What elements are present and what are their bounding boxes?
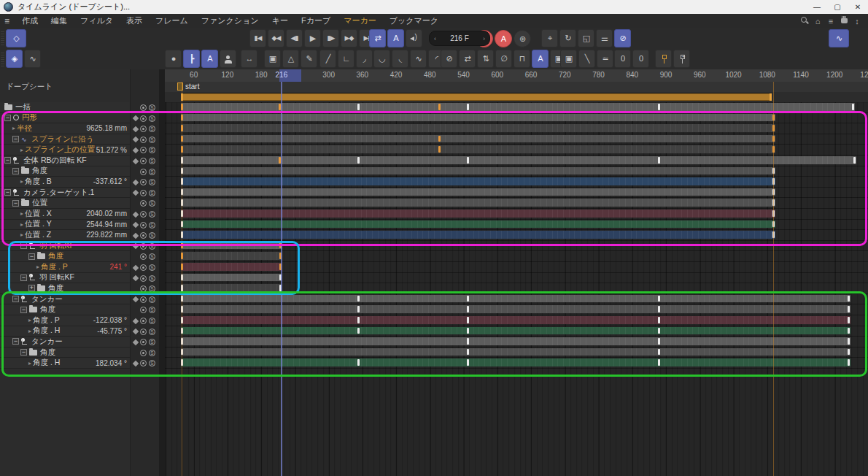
no-tangent-button[interactable]: ⊘ — [441, 50, 457, 68]
close-button[interactable]: ✕ — [848, 0, 868, 14]
track-lane[interactable] — [165, 358, 868, 369]
track-bar[interactable] — [181, 156, 856, 164]
solo-icon[interactable]: S — [149, 179, 155, 185]
keyframe-diamond-icon[interactable] — [133, 126, 139, 131]
panel-splitter[interactable] — [159, 69, 165, 476]
keyframe-grid[interactable] — [165, 102, 868, 476]
track-row-label[interactable]: −タンカー — [0, 294, 130, 305]
hand-icon[interactable] — [839, 16, 849, 26]
snap-toggle-button[interactable]: ⊘ — [614, 29, 631, 47]
track-lane[interactable] — [165, 188, 868, 199]
link-view-button[interactable] — [220, 50, 236, 68]
track-value[interactable]: 2544.94 mm — [86, 220, 127, 229]
track-row-label[interactable]: −羽 回転KF — [0, 273, 130, 284]
solo-icon[interactable]: S — [149, 169, 155, 175]
track-bar[interactable] — [181, 114, 775, 122]
keyframe[interactable] — [658, 338, 660, 345]
collapse-icon[interactable]: − — [20, 349, 27, 356]
track-bar[interactable] — [181, 135, 775, 143]
visibility-eye-icon[interactable] — [140, 296, 147, 303]
menu-item-4[interactable]: フレーム — [149, 16, 195, 25]
track-lane[interactable] — [165, 220, 868, 231]
visibility-eye-icon[interactable] — [140, 126, 147, 132]
solo-icon[interactable]: S — [149, 307, 155, 313]
visibility-eye-icon[interactable] — [140, 115, 147, 122]
collapse-icon[interactable]: − — [12, 200, 19, 207]
solo-icon[interactable]: S — [149, 253, 155, 260]
track-row-label[interactable]: 一括 — [0, 102, 130, 113]
collapse-icon[interactable]: − — [28, 253, 35, 260]
track-lane[interactable] — [165, 145, 868, 156]
collapse-icon[interactable]: − — [12, 168, 19, 174]
track-lane[interactable] — [165, 134, 868, 145]
solo-icon[interactable]: S — [149, 137, 155, 143]
keyframe[interactable] — [438, 104, 441, 110]
play-button[interactable]: ▶ — [304, 29, 321, 47]
track-lane[interactable] — [165, 348, 868, 358]
solo-icon[interactable]: S — [149, 104, 155, 111]
collapse-icon[interactable]: − — [20, 242, 27, 249]
visibility-eye-icon[interactable] — [140, 158, 147, 164]
track-row-label[interactable]: −円形 — [0, 113, 130, 124]
menu-item-1[interactable]: 編集 — [44, 16, 74, 25]
track-bar[interactable] — [181, 263, 282, 271]
track-row-label[interactable]: ▸スプライン上の位置51.272 % — [0, 145, 130, 156]
collapse-icon[interactable]: − — [12, 136, 19, 142]
visibility-eye-icon[interactable] — [140, 285, 147, 292]
visibility-eye-icon[interactable] — [140, 222, 147, 229]
add-marker-button[interactable] — [655, 50, 672, 68]
dopesheet-mode-button[interactable]: ◇ — [6, 29, 26, 47]
add-marker-plus-button[interactable]: + — [673, 50, 690, 68]
autokeying-button[interactable]: A — [495, 30, 512, 47]
track-row-label[interactable]: −位置 — [0, 198, 130, 209]
keyframe-diamond-icon[interactable] — [133, 158, 139, 164]
track-bar[interactable] — [181, 220, 775, 229]
keyframe-diamond-icon[interactable] — [133, 115, 139, 121]
solo-icon[interactable]: S — [149, 200, 155, 207]
solo-icon[interactable]: S — [149, 350, 155, 356]
expand-icon[interactable]: + — [28, 285, 35, 291]
key-view-button[interactable]: ◈ — [6, 50, 23, 68]
track-bar[interactable] — [181, 145, 775, 153]
keyframe[interactable] — [467, 104, 469, 110]
visibility-eye-icon[interactable] — [140, 350, 147, 356]
keyframe[interactable] — [852, 104, 854, 110]
automatic-mode-button[interactable]: A — [201, 50, 218, 68]
zero-length-button[interactable]: 0 — [632, 50, 649, 68]
track-bar[interactable] — [181, 242, 282, 250]
keyframe[interactable] — [658, 328, 660, 334]
frame-value[interactable]: 216 F — [450, 34, 469, 42]
track-row-label[interactable]: ▸角度 . P241 ° — [0, 262, 130, 273]
track-bar[interactable] — [181, 284, 282, 292]
keyframe[interactable] — [357, 157, 360, 164]
keyframe[interactable] — [357, 328, 360, 334]
visibility-eye-icon[interactable] — [140, 211, 147, 218]
next-frame-button[interactable]: ▮▶ — [322, 29, 339, 47]
track-value[interactable]: 241 ° — [110, 263, 127, 271]
track-row-label[interactable]: −羽 回転KF — [0, 241, 130, 252]
collapse-icon[interactable]: − — [12, 296, 19, 302]
key-scale-button[interactable]: ◱ — [578, 29, 594, 47]
solo-icon[interactable]: S — [149, 285, 155, 292]
keyframe[interactable] — [848, 328, 850, 334]
keyframe-diamond-icon[interactable] — [133, 361, 139, 366]
solo-icon[interactable]: S — [149, 243, 155, 250]
visibility-eye-icon[interactable] — [140, 243, 147, 250]
summary-track[interactable] — [165, 92, 868, 103]
track-bar[interactable] — [181, 231, 775, 239]
track-row-label[interactable]: ▸角度 . H182.034 ° — [0, 358, 130, 369]
ripple-edit-button[interactable]: △ — [282, 50, 299, 68]
keyframe[interactable] — [853, 157, 856, 164]
key-position-button[interactable]: ⌖ — [541, 29, 558, 47]
ease-in-button[interactable]: ◟ — [392, 50, 408, 68]
visibility-eye-icon[interactable] — [140, 318, 147, 324]
collapse-icon[interactable]: − — [4, 115, 11, 121]
track-value[interactable]: 229.822 mm — [86, 231, 127, 239]
keyframe-diamond-icon[interactable] — [133, 222, 139, 228]
spline-interpolation-button[interactable]: ◞ — [356, 50, 373, 68]
solo-icon[interactable]: S — [149, 318, 155, 324]
track-row-label[interactable]: ▸半径9625.18 mm — [0, 123, 130, 134]
solo-icon[interactable]: S — [149, 339, 155, 345]
keyframe[interactable] — [467, 317, 469, 323]
keyframe[interactable] — [658, 359, 660, 366]
